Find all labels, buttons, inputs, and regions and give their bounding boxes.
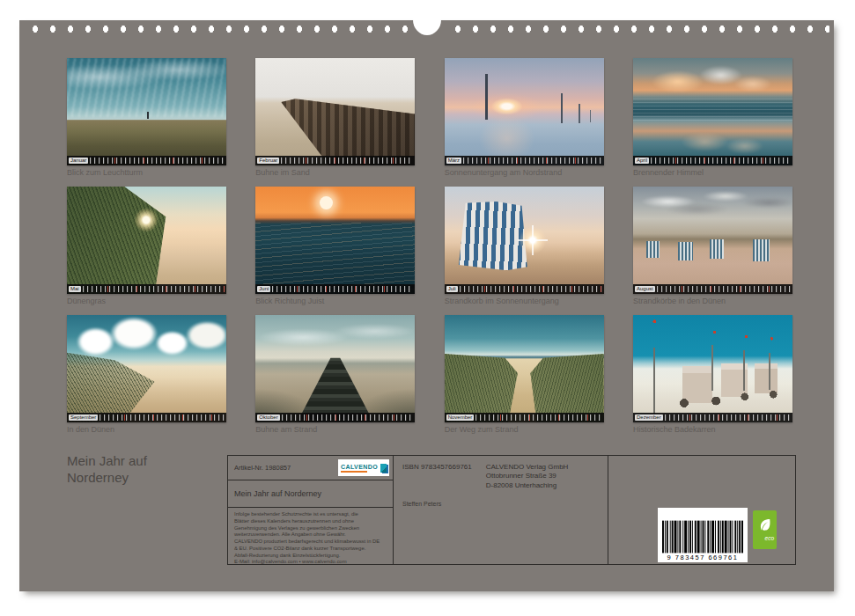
mini-calendar-days	[475, 414, 601, 421]
mini-calendar-days	[90, 158, 225, 164]
month-thumbnail-july: Juli Strandkorb im Sonnenuntergang	[445, 187, 604, 305]
author-name: Steffen Peters	[402, 501, 599, 507]
mini-calendar-month: Oktober	[257, 414, 279, 421]
mini-calendar-strip: April	[633, 156, 792, 165]
mini-calendar-days	[272, 286, 413, 292]
mini-calendar-strip: Juni	[255, 284, 415, 294]
title-cell: Mein Jahr auf Norderney	[228, 480, 393, 508]
mini-calendar-days	[460, 286, 602, 292]
month-thumbnail-october: Oktober Buhne am Strand	[255, 315, 415, 434]
month-thumbnail-march: März Sonnenuntergang am Nordstrand	[445, 58, 604, 177]
month-thumbnail-january: Januar Blick zum Leuchtturm	[67, 58, 226, 177]
thumbnail-caption: Strandkorb im Sonnenuntergang	[445, 297, 604, 305]
calvendo-logo: CALVENDO	[338, 459, 389, 476]
mini-calendar-month: Juli	[446, 286, 458, 292]
month-thumbnail-december: Dezember Historische Badekarren	[633, 315, 792, 434]
eco-badge: eco	[753, 510, 777, 549]
mini-calendar-month: Januar	[69, 158, 88, 164]
mini-calendar-month: April	[635, 158, 649, 164]
mini-calendar-days	[83, 286, 225, 292]
month-thumbnail-grid: Januar Blick zum Leuchtturm Februar Buhn…	[67, 58, 792, 434]
legal-text: Infolge bestehender Schutzrechte ist es …	[228, 508, 393, 564]
thumbnail-caption: Buhne am Strand	[255, 425, 415, 434]
mini-calendar-strip: Januar	[67, 156, 226, 165]
thumbnail-caption: Blick Richtung Juist	[255, 297, 415, 305]
thumbnail-caption: Strandkörbe in den Dünen	[633, 297, 792, 305]
info-left-column: Artikel-Nr. 1980857 CALVENDO Mein Jahr a…	[228, 456, 394, 564]
isbn-publisher-row: ISBN 9783457669761 CALVENDO Verlag GmbH …	[402, 463, 599, 490]
thumbnail-photo: Januar	[67, 58, 226, 165]
mini-calendar-month: November	[446, 414, 475, 421]
thumbnail-caption: Buhne im Sand	[255, 168, 415, 177]
product-info-box: Artikel-Nr. 1980857 CALVENDO Mein Jahr a…	[227, 455, 796, 565]
thumbnail-caption: Blick zum Leuchtturm	[67, 168, 226, 177]
mini-calendar-days	[665, 414, 791, 421]
hanger-notch	[413, 4, 441, 35]
calendar-back-cover: Januar Blick zum Leuchtturm Februar Buhn…	[0, 0, 855, 616]
month-thumbnail-april: April Brennender Himmel	[633, 58, 792, 177]
ean-barcode: 9 783457 669761	[658, 508, 748, 562]
mini-calendar-strip: Februar	[255, 156, 415, 165]
thumbnail-photo: März	[445, 58, 604, 165]
mini-calendar-month: August	[635, 286, 655, 292]
eco-leaf-icon	[757, 516, 773, 535]
mini-calendar-strip: Dezember	[633, 413, 792, 422]
beach-chair-graphic	[459, 202, 527, 270]
mini-calendar-strip: Mai	[67, 284, 226, 294]
thumbnail-photo: November	[445, 315, 604, 422]
thumbnail-photo: April	[633, 58, 792, 165]
calendar-title: Mein Jahr auf Norderney	[67, 453, 147, 487]
wire-binding-holes-right	[449, 24, 829, 34]
thumbnail-caption: Brennender Himmel	[633, 168, 792, 177]
mini-calendar-days	[281, 158, 413, 164]
mini-calendar-strip: März	[445, 156, 604, 165]
mini-calendar-month: Dezember	[635, 414, 663, 421]
thumbnail-photo: Dezember	[633, 315, 792, 422]
month-thumbnail-september: September In den Dünen	[67, 315, 226, 434]
month-thumbnail-august: August Strandkörbe in den Dünen	[633, 187, 792, 305]
mini-calendar-strip: September	[67, 413, 226, 422]
artikel-number: Artikel-Nr. 1980857	[234, 464, 291, 472]
thumbnail-caption: Dünengras	[67, 297, 226, 305]
mini-calendar-strip: August	[633, 284, 792, 294]
mini-calendar-days	[282, 414, 414, 421]
eco-label: eco	[765, 536, 774, 542]
mini-calendar-month: September	[69, 414, 98, 421]
artikel-cell: Artikel-Nr. 1980857 CALVENDO	[228, 456, 393, 480]
mini-calendar-days	[657, 286, 791, 292]
thumbnail-caption: Sonnenuntergang am Nordstrand	[445, 168, 604, 177]
thumbnail-photo: August	[633, 187, 792, 294]
thumbnail-photo: Mai	[67, 187, 226, 294]
mini-calendar-month: Februar	[257, 158, 279, 164]
mini-calendar-days	[651, 158, 791, 164]
calvendo-tagline-bar	[341, 471, 367, 473]
month-thumbnail-february: Februar Buhne im Sand	[255, 58, 415, 177]
wire-binding-holes-left	[26, 24, 412, 34]
calvendo-logo-text: CALVENDO	[341, 464, 378, 473]
month-thumbnail-may: Mai Dünengras	[67, 187, 226, 305]
publisher-address: CALVENDO Verlag GmbH Ottobrunner Straße …	[486, 463, 569, 490]
info-right-column: 9 783457 669761 eco	[608, 456, 795, 564]
calendar-back-sheet: Januar Blick zum Leuchtturm Februar Buhn…	[19, 20, 834, 591]
info-middle-column: ISBN 9783457669761 CALVENDO Verlag GmbH …	[394, 456, 608, 564]
mini-calendar-strip: Oktober	[255, 413, 415, 422]
thumbnail-photo: Februar	[255, 58, 415, 165]
month-thumbnail-november: November Der Weg zum Strand	[445, 315, 604, 434]
mini-calendar-month: Mai	[69, 286, 81, 292]
thumbnail-photo: Juni	[255, 187, 415, 294]
mini-calendar-days	[463, 158, 602, 164]
thumbnail-photo: Oktober	[255, 315, 415, 422]
thumbnail-caption: Der Weg zum Strand	[445, 425, 604, 434]
thumbnail-caption: In den Dünen	[67, 425, 226, 434]
calvendo-logo-icon	[380, 464, 387, 473]
thumbnail-photo: September	[67, 315, 226, 422]
mini-calendar-strip: Juli	[445, 284, 604, 294]
mini-calendar-month: Juni	[257, 286, 270, 292]
month-thumbnail-june: Juni Blick Richtung Juist	[255, 187, 415, 305]
thumbnail-photo: Juli	[445, 187, 604, 294]
mini-calendar-month: März	[446, 158, 461, 164]
thumbnail-caption: Historische Badekarren	[633, 425, 792, 434]
mini-calendar-days	[100, 414, 225, 421]
barcode-bars	[662, 520, 743, 554]
isbn-number: ISBN 9783457669761	[402, 463, 472, 490]
